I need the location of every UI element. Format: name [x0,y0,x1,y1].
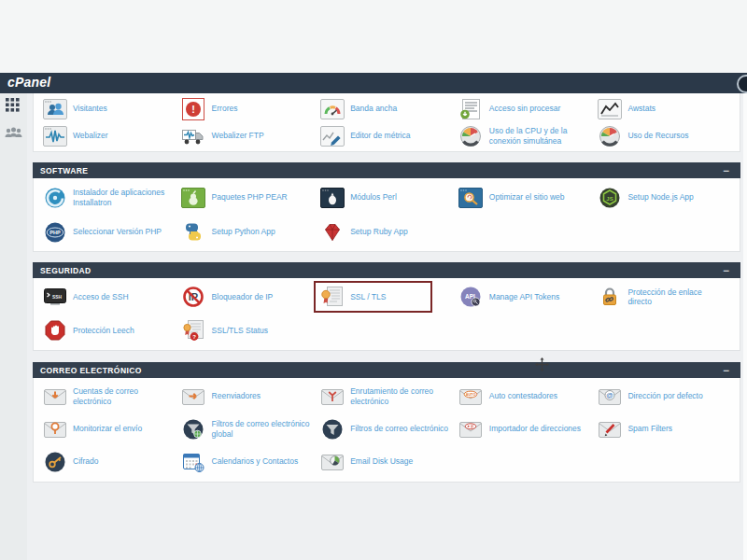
item-ssl-tls-status[interactable]: ? SSL/TLS Status [181,319,320,342]
item-label: Email Disk Usage [350,456,413,466]
spam-filters-pencil-icon [597,418,622,441]
item-label: Dirección por defecto [627,391,702,400]
software-section-panel: Instalador de aplicaciones Installatron … [33,178,740,252]
item-seleccionar-version-php[interactable]: PHP Seleccionar Versión PHP [42,221,181,244]
item-calendarios-contactos[interactable]: Calendarios y Contactos [181,451,320,473]
item-setup-ruby[interactable]: Setup Ruby App [319,221,458,244]
item-ssl-tls-highlighted[interactable]: SSL / TLS [314,281,432,313]
item-label: Filtros de correo electrónico global [212,419,311,438]
email-section-panel: Cuentas de correo electrónico Reenviador… [33,378,740,483]
item-setup-python[interactable]: Setup Python App [181,221,320,244]
item-banda-ancha[interactable]: Banda ancha [319,98,458,120]
email-routing-icon [319,385,345,408]
svg-text:!: ! [191,104,195,115]
item-cuentas-correo[interactable]: Cuentas de correo electrónico [42,385,181,408]
email-filters-icon [319,418,345,441]
item-setup-nodejs[interactable]: JS Setup Node.js App [597,187,736,209]
bandwidth-gauge-icon [319,98,345,120]
collapse-button[interactable]: − [723,366,729,375]
metrics-editor-icon [319,125,345,147]
account-avatar[interactable] [737,75,747,93]
item-label: Enrutamiento de correo electrónico [350,386,449,405]
item-acceso-ssh[interactable]: SSH Acceso de SSH [42,286,181,308]
collapse-button[interactable]: − [723,266,729,275]
ruby-icon [319,221,345,244]
collapse-button[interactable]: − [723,166,729,175]
item-webalizer[interactable]: Webalizer [42,125,181,147]
item-label: Bloqueador de IP [212,292,274,301]
svg-text:PHP: PHP [49,230,61,235]
php-pear-icon [181,187,206,209]
python-icon [181,221,206,244]
item-filtros-global[interactable]: Filtros de correo electrónico global [181,418,320,441]
ip-blocker-icon: IP [181,286,206,308]
item-modulos-perl[interactable]: Módulos Perl [319,187,458,209]
item-label: Monitorizar el envío [73,424,142,433]
item-label: Filtros de correo electrónico [350,424,448,433]
apps-grid-icon[interactable] [6,98,20,116]
item-label: Cuentas de correo electrónico [73,386,172,405]
item-label: Setup Python App [212,227,275,236]
svg-text:@: @ [606,391,613,399]
item-manage-api-tokens[interactable]: API Manage API Tokens [458,286,598,308]
leech-protection-hand-icon [42,319,67,342]
item-monitorizar-envio[interactable]: Monitorizar el envío [42,418,181,441]
item-auto-contestadores[interactable]: AUTO Auto contestadores [458,385,598,408]
item-label: Manage API Tokens [489,292,559,301]
item-visitantes[interactable]: Visitantes [42,98,181,120]
item-label: Webalizer [73,131,108,140]
scroll-gutter[interactable] [743,93,747,560]
item-webalizer-ftp[interactable]: Webalizer FTP [181,125,320,147]
item-label: Awstats [627,104,655,113]
item-label: Protección Leech [73,326,134,335]
item-uso-cpu[interactable]: Uso de la CPU y de la conexión simultáne… [458,125,598,147]
optimize-website-icon [458,187,484,209]
cpanel-logo: cPanel [7,75,50,90]
svg-text:?: ? [192,334,196,340]
ssl-status-icon: ? [181,319,206,342]
item-label: Paquetes PHP PEAR [212,192,288,202]
item-bloqueador-ip[interactable]: IP Bloqueador de IP [181,286,320,308]
hotlink-protection-lock-icon [597,286,622,308]
svg-text:AUTO: AUTO [466,393,476,397]
item-reenviadores[interactable]: Reenviadores [181,385,320,408]
metrics-section-panel: Visitantes ! Errores Banda ancha Acceso … [33,93,740,152]
item-filtros-correo[interactable]: Filtros de correo electrónico [319,418,458,441]
item-awstats[interactable]: Awstats [597,98,736,120]
item-label: Reenviadores [212,391,261,400]
item-label: Visitantes [73,104,107,113]
item-proteccion-enlace-directo[interactable]: Protección de enlace directo [597,286,736,308]
api-tokens-icon: API [458,286,484,308]
item-label: Auto contestadores [489,391,557,400]
nodejs-icon: JS [597,187,622,209]
item-email-disk-usage[interactable]: Email Disk Usage [319,451,458,473]
ssl-tls-certificate-icon [319,286,345,308]
webalizer-ftp-truck-icon [181,125,206,147]
item-label: Calendarios y Contactos [212,456,299,466]
item-direccion-por-defecto[interactable]: @ Dirección por defecto [597,385,736,408]
item-label: Protección de enlace directo [627,287,726,306]
item-label: SSL / TLS [350,292,386,301]
item-spam-filters[interactable]: Spam Filters [597,418,736,441]
item-acceso-sin-procesar[interactable]: Acceso sin procesar [458,98,598,120]
item-label: Seleccionar Versión PHP [73,227,162,236]
item-optimizar-sitio[interactable]: Optimizar el sitio web [458,187,598,209]
left-sidebar [0,93,27,560]
item-uso-recursos[interactable]: Uso de Recursos [597,125,736,147]
user-groups-icon[interactable] [4,125,23,145]
item-label: Setup Ruby App [350,227,407,236]
item-label: Acceso de SSH [73,292,129,301]
item-errores[interactable]: ! Errores [181,98,320,120]
app-header-bar: cPanel [0,73,747,93]
item-label: Uso de la CPU y de la conexión simultáne… [489,126,588,145]
item-enrutamiento-correo[interactable]: Enrutamiento de correo electrónico [319,385,458,408]
item-editor-de-metrica[interactable]: Editor de métrica [319,125,458,147]
item-importador-direcciones[interactable]: Importador de direcciones [458,418,598,441]
installatron-icon [42,187,67,209]
item-installatron[interactable]: Instalador de aplicaciones Installatron [42,187,181,209]
item-php-pear[interactable]: Paquetes PHP PEAR [181,187,320,209]
item-cifrado[interactable]: Cifrado [42,451,181,473]
section-title: SEGURIDAD [40,266,92,275]
webalizer-icon [42,125,67,147]
item-proteccion-leech[interactable]: Protección Leech [42,319,181,342]
